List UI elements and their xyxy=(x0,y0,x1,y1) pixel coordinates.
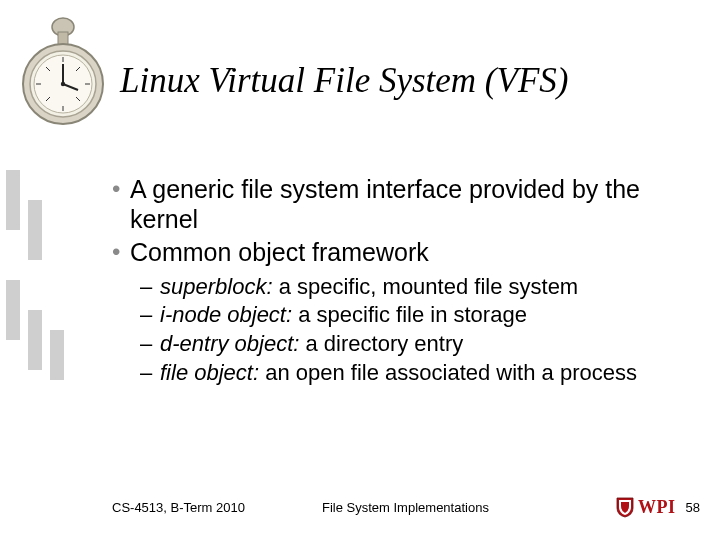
sub-bullet-item: – i-node object: a specific file in stor… xyxy=(140,302,690,328)
bullet-item: • Common object framework xyxy=(112,238,690,268)
dash-icon: – xyxy=(140,331,160,357)
dash-icon: – xyxy=(140,360,160,386)
shield-icon xyxy=(616,496,634,518)
slide-footer: CS-4513, B-Term 2010 File System Impleme… xyxy=(112,496,700,518)
footer-title: File System Implementations xyxy=(322,500,570,515)
sub-bullet-text: d-entry object: a directory entry xyxy=(160,331,690,357)
decorative-bars xyxy=(0,160,70,380)
dash-icon: – xyxy=(140,274,160,300)
page-number: 58 xyxy=(686,500,700,515)
footer-course: CS-4513, B-Term 2010 xyxy=(112,500,322,515)
bullet-text: Common object framework xyxy=(130,238,690,268)
bullet-text: A generic file system interface provided… xyxy=(130,175,690,234)
sub-bullet-text: file object: an open file associated wit… xyxy=(160,360,690,386)
bullet-item: • A generic file system interface provid… xyxy=(112,175,690,234)
sub-bullet-text: superblock: a specific, mounted file sys… xyxy=(160,274,690,300)
bullet-dot-icon: • xyxy=(112,175,130,234)
sub-bullet-list: – superblock: a specific, mounted file s… xyxy=(140,274,690,387)
slide-title: Linux Virtual File System (VFS) xyxy=(120,62,700,101)
wpi-logo-text: WPI xyxy=(638,497,676,518)
pocket-watch-icon xyxy=(18,12,108,132)
bullet-dot-icon: • xyxy=(112,238,130,268)
sub-bullet-item: – d-entry object: a directory entry xyxy=(140,331,690,357)
dash-icon: – xyxy=(140,302,160,328)
slide-body: • A generic file system interface provid… xyxy=(112,175,690,389)
wpi-logo: WPI xyxy=(616,496,676,518)
sub-bullet-item: – file object: an open file associated w… xyxy=(140,360,690,386)
svg-point-15 xyxy=(61,82,65,86)
sub-bullet-text: i-node object: a specific file in storag… xyxy=(160,302,690,328)
sub-bullet-item: – superblock: a specific, mounted file s… xyxy=(140,274,690,300)
